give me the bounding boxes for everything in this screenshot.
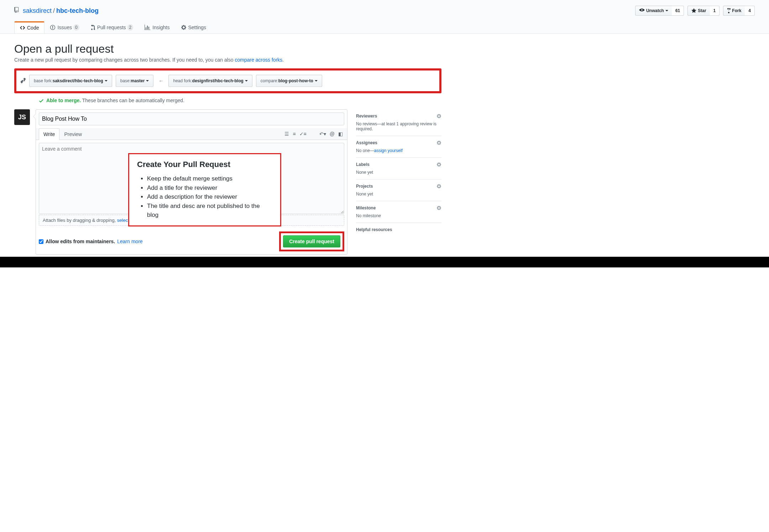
task-list-icon[interactable]: ✓≡	[299, 131, 307, 137]
overlay-item: Keep the default merge settings	[147, 174, 272, 183]
head-fork-value: designfirst/hbc-tech-blog	[192, 77, 244, 84]
fork-count[interactable]: 4	[745, 6, 755, 16]
gear-icon	[436, 162, 441, 167]
repo-icon	[14, 7, 20, 15]
repo-owner-link[interactable]: saksdirect	[23, 7, 52, 15]
gear-icon	[181, 25, 186, 30]
gear-icon	[436, 184, 441, 189]
fork-group: Fork 4	[723, 6, 755, 16]
compare-forks-link[interactable]: compare across forks	[235, 57, 282, 63]
assignees-title: Assignees	[356, 140, 377, 145]
star-label: Star	[698, 7, 706, 14]
nav-issues-label: Issues	[57, 25, 72, 30]
preview-tab[interactable]: Preview	[59, 128, 87, 140]
repo-name-link[interactable]: hbc-tech-blog	[56, 7, 99, 15]
star-count[interactable]: 1	[710, 6, 720, 16]
caret-icon	[105, 80, 108, 82]
base-branch-select[interactable]: base: master	[116, 75, 154, 87]
attach-pre: Attach files by dragging & dropping,	[43, 218, 117, 223]
projects-header[interactable]: Projects	[356, 184, 441, 189]
base-fork-value: saksdirect/hbc-tech-blog	[53, 77, 103, 84]
nav-settings[interactable]: Settings	[176, 21, 212, 33]
repo-separator: /	[53, 7, 55, 15]
submit-highlight: Create pull request	[279, 231, 344, 251]
labels-body: None yet	[356, 170, 441, 175]
star-button[interactable]: Star	[687, 6, 710, 16]
allow-edits-checkbox[interactable]	[39, 239, 43, 244]
nav-issues[interactable]: Issues 0	[45, 21, 85, 33]
milestone-header[interactable]: Milestone	[356, 205, 441, 210]
assign-yourself-link[interactable]: assign yourself	[374, 148, 403, 153]
page-subtitle: Create a new pull request by comparing c…	[14, 57, 441, 63]
issue-icon	[50, 25, 55, 30]
nav-code-label: Code	[27, 25, 39, 31]
merge-status: Able to merge. These branches can be aut…	[14, 95, 441, 109]
compare-branch-select[interactable]: compare: blog-post-how-to	[256, 75, 322, 87]
base-value: master	[131, 77, 145, 84]
pr-title-input[interactable]	[39, 113, 344, 125]
star-icon	[691, 8, 696, 14]
code-icon	[20, 25, 25, 31]
unwatch-button[interactable]: Unwatch	[635, 6, 672, 16]
arrow-left-icon: ←	[158, 78, 163, 84]
nav-insights[interactable]: Insights	[139, 21, 175, 33]
fork-button[interactable]: Fork	[723, 6, 745, 16]
overlay-item: The title and desc are not published to …	[147, 202, 272, 220]
compare-label: compare:	[261, 77, 278, 84]
merge-detail: These branches can be automatically merg…	[81, 98, 184, 103]
overlay-item: Add a title for the reviewer	[147, 183, 272, 193]
compare-icon	[21, 78, 26, 84]
head-fork-select[interactable]: head fork: designfirst/hbc-tech-blog	[168, 75, 252, 87]
create-pr-button[interactable]: Create pull request	[283, 235, 340, 247]
compare-branch-box: base fork: saksdirect/hbc-tech-blog base…	[14, 68, 441, 93]
assignees-body: No one—assign yourself	[356, 148, 441, 153]
milestone-body: No milestone	[356, 213, 441, 218]
labels-title: Labels	[356, 162, 370, 167]
nav-pulls[interactable]: Pull requests 2	[85, 21, 139, 33]
nav-pulls-label: Pull requests	[97, 25, 126, 30]
nav-issues-count: 0	[73, 24, 79, 31]
overlay-item: Add a description for the reviewer	[147, 192, 272, 202]
repo-title: saksdirect / hbc-tech-blog	[14, 7, 99, 15]
repo-nav: Code Issues 0 Pull requests 2 Insights S…	[14, 21, 755, 33]
reply-icon[interactable]: ↶▾	[319, 131, 326, 137]
unordered-list-icon[interactable]: ☰	[284, 131, 289, 137]
pr-sidebar: Reviewers No reviews—at least 1 approvin…	[356, 109, 441, 255]
check-icon	[39, 98, 43, 104]
eye-icon	[639, 8, 645, 14]
assignees-header[interactable]: Assignees	[356, 140, 441, 145]
overlay-title: Create Your Pull Request	[137, 160, 272, 169]
fork-icon	[727, 8, 731, 14]
allow-edits-label: Allow edits from maintainers.	[46, 239, 115, 244]
gear-icon	[436, 205, 441, 210]
caret-icon	[315, 80, 318, 82]
fork-label: Fork	[732, 7, 741, 14]
bookmark-icon[interactable]: ◧	[338, 131, 343, 137]
write-tab[interactable]: Write	[39, 128, 59, 140]
base-fork-select[interactable]: base fork: saksdirect/hbc-tech-blog	[29, 75, 112, 87]
black-bar	[0, 257, 769, 267]
milestone-title: Milestone	[356, 205, 376, 210]
subtitle-post: .	[282, 57, 284, 63]
unwatch-label: Unwatch	[646, 7, 664, 14]
gear-icon	[436, 140, 441, 145]
reviewers-title: Reviewers	[356, 114, 377, 119]
graph-icon	[145, 25, 150, 30]
nav-code[interactable]: Code	[14, 21, 45, 33]
reviewers-header[interactable]: Reviewers	[356, 114, 441, 119]
star-group: Star 1	[687, 6, 720, 16]
learn-more-link[interactable]: Learn more	[117, 239, 143, 244]
labels-header[interactable]: Labels	[356, 162, 441, 167]
caret-icon	[245, 80, 248, 82]
subtitle-text: Create a new pull request by comparing c…	[14, 57, 235, 63]
user-avatar[interactable]: JS	[14, 109, 30, 125]
mention-icon[interactable]: @	[330, 131, 335, 137]
projects-body: None yet	[356, 192, 441, 197]
projects-title: Projects	[356, 184, 373, 189]
ordered-list-icon[interactable]: ≡	[293, 131, 295, 137]
caret-icon	[665, 10, 668, 11]
watch-count[interactable]: 61	[672, 6, 684, 16]
allow-edits-row[interactable]: Allow edits from maintainers. Learn more	[39, 239, 143, 244]
helpful-title: Helpful resources	[356, 227, 392, 232]
nav-settings-label: Settings	[188, 25, 206, 30]
